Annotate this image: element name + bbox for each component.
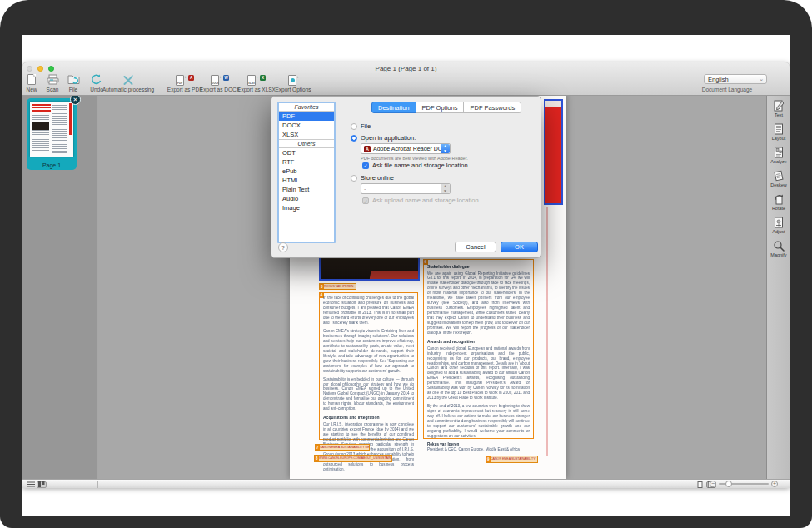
format-item-audio[interactable]: Audio (279, 194, 334, 203)
magnify-tool-icon (773, 240, 785, 252)
adobe-acrobat-icon: A (364, 146, 371, 152)
status-bar: − + (22, 479, 790, 488)
ok-button[interactable]: OK (501, 242, 538, 252)
export-options-button[interactable]: → Export Options (261, 73, 326, 92)
radio-icon (351, 135, 357, 142)
format-item-odt[interactable]: ODT (279, 148, 334, 157)
cancel-button[interactable]: Cancel (455, 242, 496, 252)
tool-analyze[interactable]: Analyze (767, 147, 790, 164)
awards-heading: Awards and recognition (427, 339, 530, 345)
export-dialog: Favorites PDF DOCX XLSX Others ODT RTF e… (271, 96, 541, 258)
tool-magnify[interactable]: Magnify (767, 240, 790, 257)
app-window: Page 1 (Page 1 of 1) New Scan File (22, 62, 790, 488)
tool-adjust[interactable]: Adjust (767, 217, 790, 234)
store-online-radio[interactable]: Store online (351, 174, 394, 182)
automatic-processing-button[interactable]: Automatic processing (96, 73, 161, 92)
zone-number: 3 (320, 284, 324, 289)
signature-title: President & CEO, Canon Europe, Middle Ea… (427, 447, 530, 452)
layout-tool-icon (773, 123, 785, 135)
zoom-slider[interactable] (719, 483, 769, 485)
tool-layout[interactable]: Layout (767, 123, 790, 141)
text-zone-caption[interactable]: 3 ROKUS VAN IPEREN (319, 283, 356, 290)
ask-file-name-checkbox[interactable]: ✓ Ask file name and storage location (362, 162, 468, 169)
rotate-tool-icon (773, 193, 785, 205)
page-red-rule (546, 207, 548, 456)
zone-number: 7 (316, 445, 320, 450)
format-item-html[interactable]: HTML (279, 176, 334, 185)
zone-number: 8 (315, 456, 319, 461)
zoom-out-button[interactable]: − (710, 481, 716, 487)
acquisitions-heading: Acquisitions and integration (323, 415, 414, 421)
tool-rotate[interactable]: Rotate (767, 193, 790, 211)
chevron-down-icon: ⌄ (759, 76, 764, 82)
text-zone-left-column[interactable]: 4 In the face of continuing challenges d… (319, 292, 418, 440)
stepper-icon: ▲▼ (441, 144, 450, 153)
document-language-select[interactable]: English ⌄ (704, 74, 767, 84)
store-online-dropdown[interactable]: - ▲▼ (361, 183, 451, 194)
text-zone-footer-9[interactable]: 9 CANON EMEA SUSTAINABILITY (486, 456, 538, 463)
document-language-label: Document Language (687, 87, 767, 92)
pages-panel: Page 1 ✕ (22, 96, 97, 479)
list-view-icon[interactable] (26, 481, 36, 488)
format-item-xlsx[interactable]: XLSX (279, 130, 334, 139)
stakeholder-heading: Stakeholder dialogue (427, 264, 530, 270)
text-tool-icon (773, 100, 785, 112)
page-thumbnail-preview (30, 102, 73, 157)
window-title: Page 1 (Page 1 of 1) (22, 65, 790, 72)
file-radio[interactable]: File (351, 122, 371, 130)
thumbnail-view-icon[interactable] (37, 481, 47, 488)
right-column-text: Stakeholder dialogue We are again using … (424, 260, 533, 458)
image-zone-red-strip[interactable] (544, 99, 563, 205)
format-item-plaintext[interactable]: Plain Text (279, 185, 334, 194)
checkbox-icon: ✓ (362, 162, 369, 169)
tool-text[interactable]: Text (767, 100, 790, 117)
page-thumbnail[interactable]: Page 1 ✕ (27, 98, 77, 170)
ask-upload-name-checkbox[interactable]: ✓ Ask upload name and storage location (362, 197, 479, 204)
zoom-slider-knob[interactable] (725, 481, 732, 487)
open-in-application-radio[interactable]: Open in application: (351, 134, 416, 142)
tool-deskew[interactable]: Deskew (767, 170, 790, 187)
page-thumbnail-label: Page 1 (27, 162, 77, 168)
format-item-pdf[interactable]: PDF (279, 112, 334, 121)
format-item-image[interactable]: Image (279, 203, 334, 212)
tab-destination[interactable]: Destination (371, 102, 416, 113)
export-options-icon: → (284, 73, 302, 86)
zoom-in-button[interactable]: + (771, 481, 778, 487)
tab-pdf-passwords[interactable]: PDF Passwords (464, 102, 521, 113)
language-value: English (708, 76, 729, 83)
app-hint: PDF documents are best viewed with Adobe… (361, 156, 468, 161)
screenshot: Page 1 (Page 1 of 1) New Scan File (0, 0, 812, 528)
tab-pdf-options[interactable]: PDF Options (416, 102, 465, 113)
others-header: Others (279, 139, 334, 148)
text-zone-right-column[interactable]: 6 Stakeholder dialogue We are again usin… (423, 259, 534, 439)
format-list: Favorites PDF DOCX XLSX Others ODT RTF e… (277, 102, 336, 243)
adjust-tool-icon (773, 217, 785, 228)
tools-panel: Text Layout Analyze Deskew (766, 96, 790, 479)
zoom-control: − + (710, 481, 778, 487)
text-zone-footer-7[interactable]: 7 CANON EMEA SUSTAINABILITY REPORT 2013 (315, 444, 370, 451)
format-item-docx[interactable]: DOCX (279, 121, 334, 130)
zone-number: 9 (486, 456, 491, 462)
application-dropdown[interactable]: A Adobe Acrobat Reader DC ▲▼ (361, 143, 451, 154)
magic-x-icon (122, 73, 134, 86)
radio-icon (351, 175, 357, 182)
format-item-rtf[interactable]: RTF (279, 157, 334, 167)
text-zone-footer-8[interactable]: 8 WWW.CANON-EUROPE.COM/ABOUT_US/SUSTAINA… (314, 455, 392, 462)
statusbar-divider (97, 481, 98, 488)
format-item-epub[interactable]: ePub (279, 167, 334, 176)
checkbox-icon: ✓ (362, 197, 369, 204)
radio-icon (351, 123, 357, 130)
delete-page-icon[interactable]: ✕ (70, 96, 81, 105)
desktop: Page 1 (Page 1 of 1) New Scan File (22, 35, 790, 516)
help-button[interactable]: ? (278, 242, 288, 252)
analyze-tool-icon (773, 147, 785, 158)
favorites-header: Favorites (279, 103, 334, 112)
deskew-tool-icon (773, 170, 785, 182)
stepper-icon: ▲▼ (441, 184, 450, 193)
single-page-view-icon[interactable] (695, 481, 705, 488)
dialog-tabs: Destination PDF Options PDF Passwords (371, 102, 521, 113)
window-chrome: Page 1 (Page 1 of 1) New Scan File (22, 62, 790, 96)
